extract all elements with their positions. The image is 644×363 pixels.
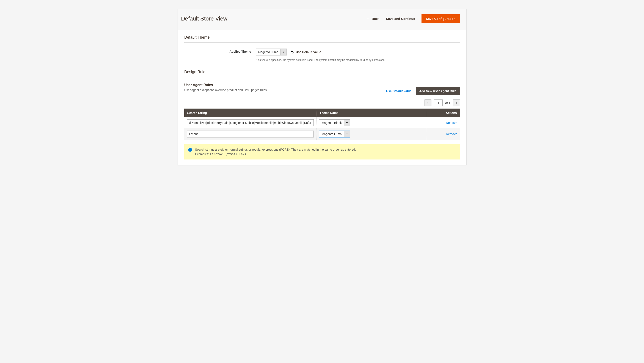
pager: of 1	[184, 100, 460, 106]
use-default-label: Use Default Value	[296, 50, 321, 54]
back-label: Back	[372, 17, 380, 21]
applied-theme-select[interactable]: Magento Luma	[256, 49, 287, 56]
chevron-right-icon	[456, 102, 457, 104]
pager-of-text: of 1	[445, 101, 450, 105]
ua-rules-desc: User agent exceptions override product a…	[184, 88, 268, 92]
applied-theme-value: Magento Luma	[256, 49, 280, 55]
ua-rules-table: Search String Theme Name Actions Magento…	[184, 109, 460, 140]
applied-theme-label: Applied Theme	[230, 50, 251, 53]
arrow-left-icon: ←	[366, 17, 370, 21]
theme-dropdown-button[interactable]	[344, 131, 350, 137]
applied-theme-help: If no value is specified, the system def…	[256, 59, 460, 62]
pager-next-button[interactable]	[453, 100, 460, 106]
remove-row-link[interactable]: Remove	[446, 132, 457, 136]
default-theme-section-title: Default Theme	[184, 35, 460, 43]
info-line2-code: Firefox: /^mozilla/i	[210, 152, 246, 156]
ua-rules-tbody: Magento Blank Remove	[184, 117, 460, 140]
remove-row-link[interactable]: Remove	[446, 121, 457, 125]
th-theme-name: Theme Name	[316, 109, 427, 117]
search-string-input[interactable]	[187, 119, 314, 126]
table-row: Magento Blank Remove	[184, 117, 460, 128]
design-rule-section-title: Design Rule	[184, 70, 460, 77]
info-text: Search strings are either normal strings…	[195, 147, 356, 156]
theme-select[interactable]: Magento Blank	[319, 119, 350, 126]
page-container: Default Store View ← Back Save and Conti…	[178, 9, 466, 165]
th-search-string: Search String	[184, 109, 316, 117]
ua-rules-header-row: User Agent Rules User agent exceptions o…	[184, 83, 460, 95]
save-configuration-button[interactable]: Save Configuration	[422, 14, 460, 23]
caret-down-icon	[346, 122, 348, 123]
applied-theme-label-col: Applied Theme	[184, 49, 251, 53]
back-button[interactable]: ← Back	[366, 17, 380, 21]
content: Default Theme Applied Theme Magento Luma	[178, 30, 466, 165]
pager-prev-button[interactable]	[424, 100, 432, 106]
info-icon: i	[188, 148, 192, 152]
theme-select[interactable]: Magento Luma	[319, 131, 350, 138]
ua-rules-actions: Use Default Value Add New User Agent Rul…	[386, 87, 460, 95]
ua-use-default-link[interactable]: Use Default Value	[386, 89, 412, 93]
ua-rules-heading-block: User Agent Rules User agent exceptions o…	[184, 83, 268, 92]
page-title: Default Store View	[181, 15, 228, 22]
caret-down-icon	[283, 52, 284, 53]
use-default-value-link[interactable]: Use Default Value	[291, 50, 321, 54]
info-message: i Search strings are either normal strin…	[184, 144, 460, 160]
save-and-continue-button[interactable]: Save and Continue	[386, 17, 415, 21]
theme-select-value: Magento Blank	[319, 120, 344, 126]
add-new-user-agent-rule-button[interactable]: Add New User Agent Rule	[416, 87, 460, 95]
applied-theme-dropdown-button[interactable]	[280, 49, 286, 55]
caret-down-icon	[346, 134, 348, 135]
info-line2-prefix: Examples:	[195, 152, 210, 156]
applied-theme-row: Applied Theme Magento Luma Use Default	[184, 49, 460, 62]
search-string-input[interactable]	[187, 131, 314, 138]
header-actions: ← Back Save and Continue Save Configurat…	[366, 14, 460, 23]
chevron-left-icon	[427, 102, 429, 104]
theme-dropdown-button[interactable]	[344, 120, 350, 126]
table-row: Magento Luma Remove	[184, 128, 460, 140]
design-rule-content: User Agent Rules User agent exceptions o…	[184, 83, 460, 163]
page-header: Default Store View ← Back Save and Conti…	[178, 9, 466, 30]
theme-select-value: Magento Luma	[319, 131, 344, 137]
pager-page-input[interactable]	[434, 100, 443, 106]
undo-icon	[291, 50, 294, 54]
th-actions: Actions	[427, 109, 460, 117]
info-line1: Search strings are either normal strings…	[195, 148, 356, 151]
ua-rules-title: User Agent Rules	[184, 83, 268, 87]
applied-theme-field-col: Magento Luma Use Default Value If no val…	[256, 49, 460, 62]
